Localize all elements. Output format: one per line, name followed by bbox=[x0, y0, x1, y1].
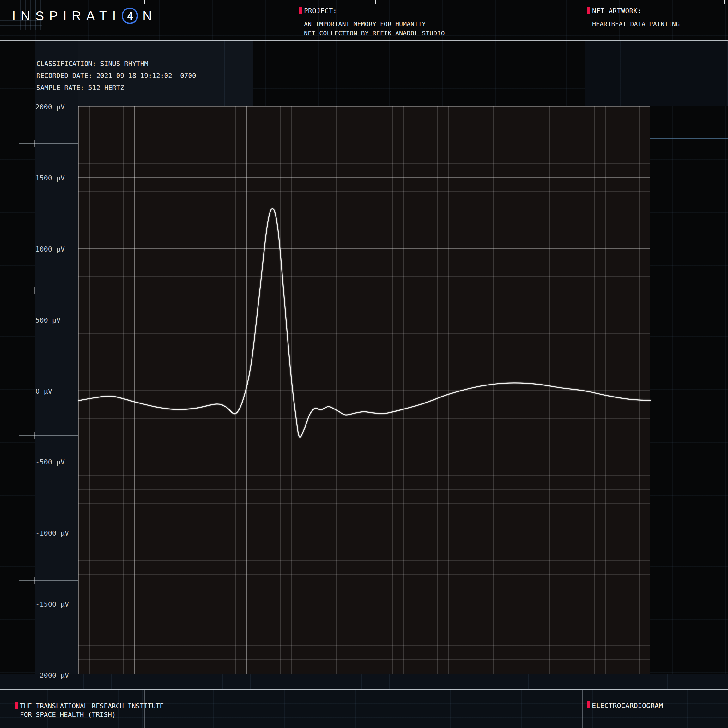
footer-electrocardiogram-text: ELECTROCARDIOGRAM bbox=[592, 702, 663, 710]
red-marker-icon bbox=[15, 702, 18, 709]
ecg-chart-area bbox=[78, 107, 650, 674]
project-label: PROJECT: bbox=[304, 7, 337, 15]
right-margin-accent-line bbox=[650, 138, 728, 139]
axis-crosshair-horizontal bbox=[19, 435, 78, 436]
top-right-panel bbox=[584, 40, 728, 107]
red-marker-icon bbox=[587, 7, 590, 14]
header-separator-line bbox=[0, 40, 728, 41]
y-axis-tick-label: -2000 µV bbox=[35, 671, 69, 679]
y-axis-tick-label: 1500 µV bbox=[35, 174, 65, 182]
bottom-strip-panel bbox=[0, 674, 728, 690]
logo-text-before: INSPIRATI bbox=[12, 9, 121, 23]
axis-crosshair-vertical bbox=[35, 577, 35, 584]
red-marker-icon bbox=[299, 7, 302, 14]
y-axis-tick-label: -1000 µV bbox=[35, 529, 69, 537]
axis-crosshair-vertical bbox=[35, 287, 35, 294]
footer-institute-text: THE TRANSLATIONAL RESEARCH INSTITUTEFOR … bbox=[20, 702, 164, 719]
top-edge-tick bbox=[375, 0, 376, 4]
axis-crosshair-horizontal bbox=[19, 144, 78, 144]
nft-artwork-label: NFT ARTWORK: bbox=[592, 7, 642, 15]
footer-separator-line bbox=[0, 689, 728, 690]
inspiration4-logo: INSPIRATI4N bbox=[12, 7, 157, 24]
recorded-date-text: RECORDED DATE: 2021-09-18 19:12:02 -0700 bbox=[36, 72, 196, 80]
axis-crosshair-horizontal bbox=[19, 580, 78, 581]
axis-panel bbox=[35, 40, 78, 674]
recording-metadata: CLASSIFICATION: SINUS RHYTHMRECORDED DAT… bbox=[36, 58, 196, 94]
logo-circle-4-icon: 4 bbox=[122, 8, 138, 24]
red-marker-icon bbox=[587, 702, 590, 708]
y-axis-tick-label: 0 µV bbox=[35, 387, 52, 395]
top-edge-tick bbox=[144, 0, 145, 4]
logo-text-after: N bbox=[142, 9, 157, 23]
y-axis-tick-label: 500 µV bbox=[35, 316, 60, 324]
axis-crosshair-horizontal bbox=[19, 290, 78, 291]
footer-divider-line bbox=[582, 690, 583, 728]
classification-text: CLASSIFICATION: SINUS RHYTHM bbox=[36, 60, 148, 67]
y-axis-tick-label: 2000 µV bbox=[35, 103, 65, 111]
y-axis-tick-label: -1500 µV bbox=[35, 600, 69, 608]
ecg-waveform-trace bbox=[78, 208, 650, 437]
header-divider bbox=[584, 0, 585, 40]
axis-crosshair-vertical bbox=[35, 432, 35, 439]
ecg-waveform-svg bbox=[78, 107, 650, 674]
header-divider bbox=[297, 0, 297, 40]
y-axis-tick-label: 1000 µV bbox=[35, 245, 65, 253]
axis-crosshair-vertical bbox=[35, 140, 35, 147]
top-edge-tick bbox=[723, 0, 725, 4]
project-lines: AN IMPORTANT MEMORY FOR HUMANITYNFT COLL… bbox=[304, 20, 445, 38]
y-axis-tick-label: -500 µV bbox=[35, 458, 65, 466]
sample-rate-text: SAMPLE RATE: 512 HERTZ bbox=[36, 84, 124, 92]
nft-artwork-value: HEARTBEAT DATA PAINTING bbox=[592, 20, 680, 29]
y-axis-line bbox=[35, 40, 35, 690]
